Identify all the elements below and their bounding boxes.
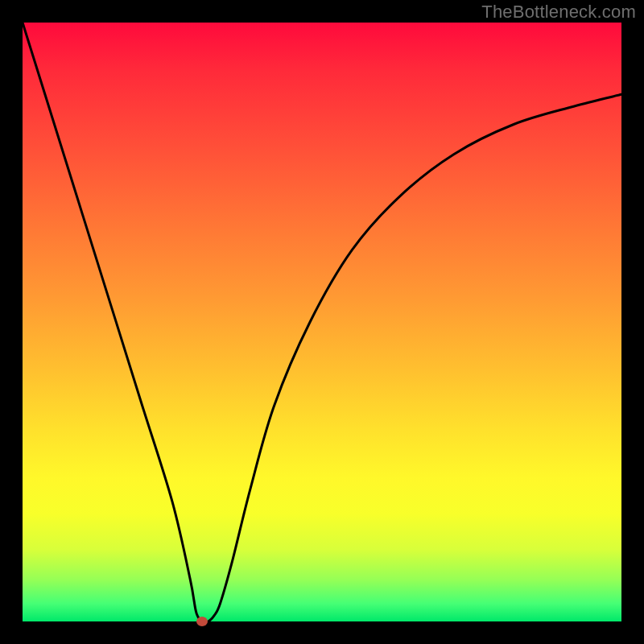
curve-svg	[23, 23, 621, 621]
minimum-marker	[196, 617, 208, 626]
chart-frame: TheBottleneck.com	[0, 0, 644, 644]
plot-area	[23, 23, 621, 621]
bottleneck-curve	[23, 23, 621, 621]
watermark-text: TheBottleneck.com	[481, 2, 636, 23]
